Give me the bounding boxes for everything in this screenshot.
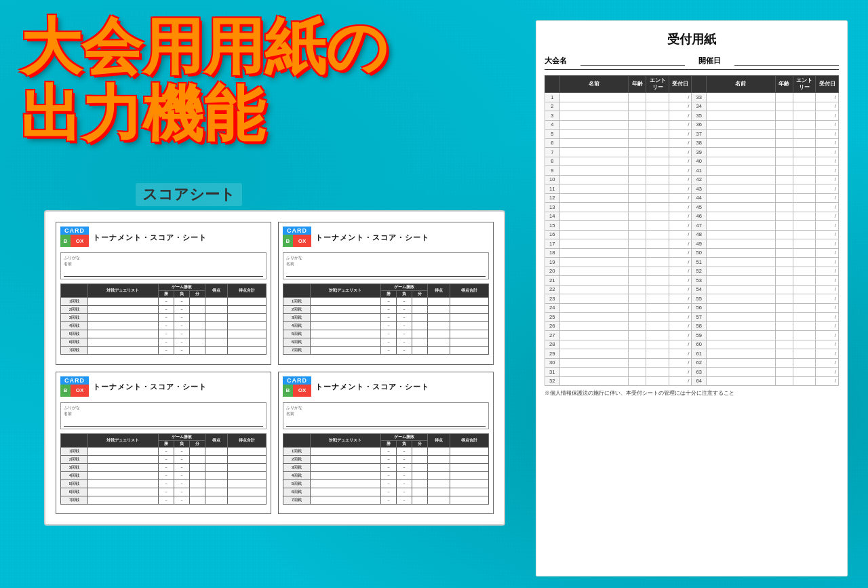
score-card-2: CARD B OX トーナメント・スコア・シート ふりがな 名前 対戦デュエリス… (278, 222, 494, 365)
note-text: ※個人情報保護法の施行に伴い、本受付シートの管理には十分に注意すること (545, 389, 839, 397)
table-row: 31 / 63 / (545, 368, 839, 377)
title-line1: 大会用用紙の (20, 14, 481, 81)
score-sheet-container: CARD B OX トーナメント・スコア・シート ふりがな 名前 対戦デュエリス… (44, 210, 505, 526)
table-row: 16 / 48 / (545, 230, 839, 239)
score-title-1: トーナメント・スコア・シート (93, 233, 207, 243)
date-label: 開催日 (698, 56, 721, 66)
table-row: 6 / 38 / (545, 138, 839, 148)
table-row: 27 / 59 / (545, 331, 839, 340)
score-card-3-header: CARD B OX トーナメント・スコア・シート (60, 376, 267, 398)
table-row: 19 / 51 / (545, 258, 839, 267)
score-table-4: 対戦デュエリスト ゲーム勝敗 得点 得点合計 勝 負 分 1回戦－－ 2回戦－－… (283, 433, 489, 505)
table-row: 12 / 44 / (545, 193, 839, 203)
reception-title: 受付用紙 (545, 31, 839, 47)
table-row: 7 / 39 / (545, 148, 839, 157)
score-card-3: CARD B OX トーナメント・スコア・シート ふりがな 名前 対戦デュエリス… (56, 372, 271, 515)
name-section-3: ふりがな 名前 (60, 402, 267, 429)
cardbox-logo-1: CARD B OX (60, 227, 89, 248)
table-row: 17 / 49 / (545, 239, 839, 249)
table-row: 26 / 58 / (545, 321, 839, 331)
score-card-1-header: CARD B OX トーナメント・スコア・シート (60, 227, 267, 248)
cardbox-logo-3: CARD B OX (60, 376, 89, 398)
score-card-2-header: CARD B OX トーナメント・スコア・シート (283, 227, 489, 248)
table-row: 20 / 52 / (545, 267, 839, 276)
table-row: 5 / 37 / (545, 130, 839, 139)
table-row: 9 / 41 / (545, 166, 839, 176)
name-section-2: ふりがな 名前 (283, 252, 489, 279)
date-value (734, 56, 839, 66)
cardbox-logo-4: CARD B OX (283, 376, 311, 398)
table-row: 24 / 56 / (545, 303, 839, 313)
main-title-block: 大会用用紙の 出力機能 (20, 14, 481, 148)
cardbox-logo-2: CARD B OX (283, 227, 311, 248)
table-row: 13 / 45 / (545, 203, 839, 212)
score-table-3: 対戦デュエリスト ゲーム勝敗 得点 得点合計 勝 負 分 1回戦－－ 2回戦－－… (60, 433, 267, 505)
score-title-4: トーナメント・スコア・シート (315, 382, 429, 392)
name-section-4: ふりがな 名前 (283, 402, 489, 429)
table-row: 11 / 43 / (545, 184, 839, 194)
table-row: 15 / 47 / (545, 221, 839, 231)
score-card-4-header: CARD B OX トーナメント・スコア・シート (283, 376, 489, 398)
title-line2: 出力機能 (20, 81, 481, 148)
table-row: 10 / 42 / (545, 175, 839, 184)
table-row: 3 / 35 / (545, 111, 839, 121)
score-card-1: CARD B OX トーナメント・スコア・シート ふりがな 名前 対戦デュエリス… (56, 222, 271, 365)
table-row: 25 / 57 / (545, 313, 839, 322)
table-row: 2 / 34 / (545, 102, 839, 111)
reception-table: 名前 年齢 エントリー 受付日 名前 年齢 エントリー 受付日 1 / 33 / (545, 75, 839, 386)
score-table-1: 対戦デュエリスト ゲーム勝敗 得点 得点合計 勝 負 分 1回戦－－ 2回戦－－… (60, 283, 267, 355)
table-row: 21 / 53 / (545, 276, 839, 286)
subtitle-score: スコアシート (136, 183, 242, 206)
tournament-value (580, 56, 685, 66)
table-row: 23 / 55 / (545, 294, 839, 304)
table-row: 32 / 64 / (545, 376, 839, 386)
score-table-2: 対戦デュエリスト ゲーム勝敗 得点 得点合計 勝 負 分 1回戦－－ 2回戦－－… (283, 283, 489, 355)
name-section-1: ふりがな 名前 (60, 252, 267, 279)
table-row: 22 / 54 / (545, 285, 839, 294)
score-title-3: トーナメント・スコア・シート (93, 382, 207, 392)
reception-info-row: 大会名 開催日 (545, 56, 839, 70)
table-row: 30 / 62 / (545, 358, 839, 368)
table-row: 28 / 60 / (545, 340, 839, 349)
table-row: 8 / 40 / (545, 157, 839, 166)
table-row: 1 / 33 / (545, 93, 839, 102)
tournament-label: 大会名 (545, 56, 567, 66)
reception-form: 受付用紙 大会名 開催日 名前 年齢 エントリー 受付日 名前 年齢 エントリー… (536, 20, 848, 576)
table-row: 14 / 46 / (545, 212, 839, 221)
table-row: 4 / 36 / (545, 120, 839, 130)
table-row: 29 / 61 / (545, 349, 839, 359)
score-title-2: トーナメント・スコア・シート (315, 233, 429, 243)
score-card-4: CARD B OX トーナメント・スコア・シート ふりがな 名前 対戦デュエリス… (278, 372, 494, 515)
table-row: 18 / 50 / (545, 248, 839, 258)
